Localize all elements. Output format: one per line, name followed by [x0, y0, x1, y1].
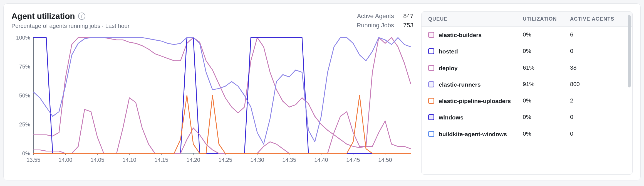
queue-active-agents: 0 [570, 114, 626, 120]
table-row[interactable]: buildkite-agent-windows0%0 [422, 126, 632, 142]
queue-swatch [428, 65, 434, 71]
queue-active-agents: 38 [570, 64, 626, 71]
svg-text:100%: 100% [16, 35, 30, 41]
col-queue: QUEUE [428, 16, 523, 22]
svg-text:14:40: 14:40 [314, 157, 328, 163]
svg-text:25%: 25% [19, 121, 30, 128]
svg-text:0%: 0% [22, 150, 30, 156]
queue-active-agents: 0 [570, 130, 626, 137]
series-elastic-builders [33, 38, 411, 148]
queue-active-agents: 800 [570, 81, 626, 87]
utilization-chart: 0%25%50%75%100%13:5514:0014:0514:1014:15… [11, 35, 413, 167]
queue-name: elastic-runners [439, 81, 523, 88]
summary-stats: Active Agents 847 Running Jobs 753 [356, 11, 413, 30]
queue-name: deploy [439, 64, 523, 72]
scrollbar[interactable] [628, 15, 631, 87]
running-jobs-value: 753 [398, 21, 413, 30]
running-jobs-label: Running Jobs [356, 21, 394, 30]
queue-swatch [428, 114, 434, 120]
svg-text:14:15: 14:15 [154, 157, 168, 163]
queue-utilization: 61% [523, 64, 570, 71]
chart-title: Agent utilization [11, 11, 75, 21]
svg-text:14:45: 14:45 [346, 157, 360, 163]
queue-active-agents: 0 [570, 48, 626, 54]
queue-utilization: 0% [523, 130, 570, 137]
titles: Agent utilization i Percentage of agents… [11, 11, 130, 29]
svg-text:13:55: 13:55 [26, 157, 40, 163]
queue-swatch [428, 98, 434, 104]
svg-text:14:25: 14:25 [218, 157, 232, 163]
svg-text:50%: 50% [19, 92, 30, 99]
queue-utilization: 0% [523, 31, 570, 38]
queue-swatch [428, 32, 434, 38]
queue-name: elastic-pipeline-uploaders [439, 97, 523, 105]
chart-panel: Agent utilization i Percentage of agents… [11, 11, 413, 175]
chart-header: Agent utilization i Percentage of agents… [11, 11, 413, 30]
table-row[interactable]: deploy61%38 [422, 60, 632, 76]
svg-text:14:50: 14:50 [378, 157, 392, 163]
queue-swatch [428, 131, 434, 137]
series-elastic-pipeline-uploaders [33, 96, 411, 153]
svg-text:14:20: 14:20 [186, 157, 200, 163]
svg-text:14:30: 14:30 [250, 157, 264, 163]
queue-name: hosted [439, 48, 523, 55]
table-row[interactable]: hosted0%0 [422, 43, 632, 60]
table-row[interactable]: windows0%0 [422, 109, 632, 126]
queue-active-agents: 2 [570, 97, 626, 104]
svg-text:14:00: 14:00 [58, 157, 72, 163]
active-agents-value: 847 [398, 11, 413, 21]
queue-name: windows [439, 114, 523, 121]
chart-area: 0%25%50%75%100%13:5514:0014:0514:1014:15… [11, 35, 413, 175]
svg-text:14:10: 14:10 [122, 157, 136, 163]
queue-name: buildkite-agent-windows [439, 130, 523, 138]
queue-name: elastic-builders [439, 31, 523, 39]
chart-subtitle: Percentage of agents running jobs · Last… [11, 23, 130, 29]
queue-table: QUEUE UTILIZATION ACTIVE AGENTS elastic-… [421, 11, 633, 175]
table-row[interactable]: elastic-builders0%6 [422, 27, 632, 43]
col-utilization: UTILIZATION [523, 16, 570, 22]
col-active-agents: ACTIVE AGENTS [570, 16, 626, 22]
info-icon[interactable]: i [78, 13, 85, 20]
table-header: QUEUE UTILIZATION ACTIVE AGENTS [422, 12, 632, 27]
queue-swatch [428, 81, 434, 87]
active-agents-label: Active Agents [357, 11, 394, 21]
table-body: elastic-builders0%6hosted0%0deploy61%38e… [422, 27, 632, 174]
svg-text:14:05: 14:05 [90, 157, 104, 163]
svg-text:75%: 75% [19, 63, 30, 70]
series-deploy [33, 98, 411, 153]
queue-utilization: 0% [523, 114, 570, 120]
queue-utilization: 91% [523, 81, 570, 87]
table-row[interactable]: elastic-pipeline-uploaders0%2 [422, 93, 632, 109]
svg-text:14:35: 14:35 [282, 157, 296, 163]
queue-active-agents: 6 [570, 31, 626, 38]
agent-utilization-card: Agent utilization i Percentage of agents… [3, 3, 641, 180]
queue-utilization: 0% [523, 48, 570, 54]
table-row[interactable]: elastic-runners91%800 [422, 76, 632, 93]
queue-swatch [428, 48, 434, 54]
queue-utilization: 0% [523, 97, 570, 104]
